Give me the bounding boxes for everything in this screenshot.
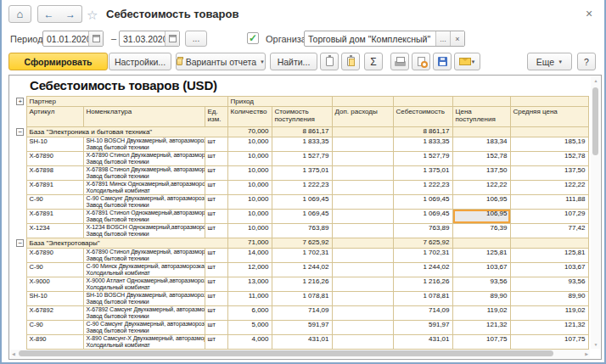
cell-nomenclature[interactable]: С-90 Самсунг Двухкамерный, авторазморозк… <box>83 321 205 335</box>
cell-average-price[interactable]: 77,42 <box>510 224 588 238</box>
cell-average-price[interactable]: 137,50 <box>510 166 588 181</box>
cell-article[interactable]: С-90 <box>26 263 83 277</box>
date-from-value[interactable]: 01.01.2020 <box>43 34 88 44</box>
organization-value[interactable]: Торговый дом "Комплексный" <box>305 34 435 44</box>
header-spacer[interactable] <box>452 97 510 107</box>
period-more-button[interactable]: ... <box>185 31 207 47</box>
cell-receipt-cost[interactable]: 1 375,01 <box>272 166 332 181</box>
favorite-star-icon[interactable]: ☆ <box>87 8 98 23</box>
group-total-cell[interactable] <box>510 238 588 249</box>
cell-article[interactable]: С-90 <box>26 321 83 335</box>
group-total-cell[interactable] <box>332 238 393 249</box>
cell-unit[interactable]: шт <box>205 292 227 306</box>
cell-average-price[interactable]: 107,75 <box>510 335 588 350</box>
horizontal-scrollbar[interactable]: ◀ ▶ <box>10 350 590 358</box>
cell-cost[interactable]: 1 069,45 <box>393 195 452 210</box>
cell-cost[interactable]: 1 069,45 <box>393 210 452 224</box>
expand-all-button[interactable]: + <box>16 98 24 105</box>
header-spacer[interactable] <box>510 97 588 107</box>
cell-unit[interactable]: шт <box>205 321 227 335</box>
column-header-receipt-price[interactable]: Цена поступления <box>452 107 510 127</box>
group-total-cell[interactable]: 7 625,92 <box>272 238 332 249</box>
cell-unit[interactable]: шт <box>205 277 227 292</box>
cell-receipt-price[interactable]: 107,75 <box>452 335 510 350</box>
cell-cost[interactable]: 1 222,23 <box>393 181 452 195</box>
cell-cost[interactable]: 431,01 <box>393 335 452 350</box>
cell-average-price[interactable]: 93,56 <box>510 277 588 292</box>
cell-receipt-price[interactable]: 125,81 <box>452 249 510 263</box>
copy-button[interactable] <box>320 53 339 70</box>
group-total-cell[interactable] <box>332 127 393 137</box>
group-total-cell[interactable]: 71,000 <box>227 238 272 249</box>
cell-quantity[interactable]: 10,000 <box>227 166 272 181</box>
cell-article[interactable]: SH-10 <box>26 137 83 152</box>
cell-receipt-cost[interactable]: 1 069,45 <box>272 210 332 224</box>
cell-nomenclature[interactable]: Х-67892 Самсунг Двухкамерный, авторазмор… <box>83 306 205 321</box>
column-header-article[interactable]: Артикул <box>26 107 83 127</box>
help-button[interactable]: ? <box>577 53 596 70</box>
generate-button[interactable]: Сформировать <box>8 53 108 70</box>
cell-average-price[interactable]: 103,67 <box>510 263 588 277</box>
cell-extra-costs[interactable] <box>332 277 393 292</box>
cell-extra-costs[interactable] <box>332 137 393 152</box>
date-to-calendar-button[interactable] <box>165 31 179 46</box>
cell-receipt-price[interactable]: 152,78 <box>452 152 510 166</box>
cell-article[interactable]: Х-67891 <box>26 210 83 224</box>
cell-receipt-price[interactable]: 183,34 <box>452 137 510 152</box>
cell-quantity[interactable]: 6,000 <box>227 306 272 321</box>
date-to-field[interactable]: 31.03.2020 <box>119 31 180 47</box>
forward-button[interactable]: → <box>59 5 82 23</box>
cell-average-price[interactable]: 119,02 <box>510 306 588 321</box>
cell-quantity[interactable]: 10,000 <box>227 210 272 224</box>
cell-receipt-cost[interactable]: 591,97 <box>272 321 332 335</box>
cell-quantity[interactable]: 10,000 <box>227 181 272 195</box>
date-to-value[interactable]: 31.03.2020 <box>120 34 165 44</box>
cell-quantity[interactable]: 10,000 <box>227 195 272 210</box>
cell-article[interactable]: Х-67892 <box>26 306 83 321</box>
cell-receipt-cost[interactable]: 1 702,31 <box>272 249 332 263</box>
cell-cost[interactable]: 1 833,35 <box>393 137 452 152</box>
cell-cost[interactable]: 1 216,26 <box>393 277 452 292</box>
cell-unit[interactable]: шт <box>205 249 227 263</box>
column-header-average-price[interactable]: Средняя цена <box>510 107 588 127</box>
group-name-cell[interactable]: База "Электротовары" <box>26 238 227 249</box>
cell-unit[interactable]: шт <box>205 137 227 152</box>
scroll-left-icon[interactable]: ◀ <box>12 351 15 356</box>
cell-quantity[interactable]: 5,000 <box>227 321 272 335</box>
scroll-down-icon[interactable]: ▼ <box>592 342 599 347</box>
vertical-scrollbar[interactable]: ▲ ▼ <box>591 76 600 349</box>
cell-receipt-price[interactable]: 106,95 <box>452 195 510 210</box>
scroll-up-icon[interactable]: ▲ <box>592 78 599 83</box>
cell-receipt-price[interactable]: 137,50 <box>452 166 510 181</box>
cell-receipt-cost[interactable]: 431,01 <box>272 335 332 350</box>
cell-cost[interactable]: 591,97 <box>393 321 452 335</box>
group-total-cell[interactable] <box>452 238 510 249</box>
cell-unit[interactable]: шт <box>205 306 227 321</box>
back-button[interactable]: ← <box>37 5 60 23</box>
cell-extra-costs[interactable] <box>332 195 393 210</box>
cell-extra-costs[interactable] <box>332 224 393 238</box>
header-spacer[interactable] <box>393 97 452 107</box>
cell-unit[interactable]: шт <box>205 166 227 181</box>
cell-nomenclature[interactable]: Х-67890 Стинол Двухкамерный, авторазморо… <box>83 152 205 166</box>
cell-nomenclature[interactable]: SH-10 BOSCH Двухкамерный, авторазморозка… <box>83 292 205 306</box>
cell-receipt-price[interactable]: 76,39 <box>452 224 510 238</box>
header-partner[interactable]: Партнер <box>26 97 227 107</box>
date-from-calendar-button[interactable] <box>88 31 103 46</box>
cell-cost[interactable]: 1 078,81 <box>393 292 452 306</box>
organization-field[interactable]: Торговый дом "Комплексный" ... × <box>304 31 465 47</box>
cell-extra-costs[interactable] <box>332 249 393 263</box>
organization-choose-button[interactable]: ... <box>435 31 450 46</box>
column-header-extra-costs[interactable]: Доп. расходы <box>332 107 393 127</box>
cell-average-price[interactable]: 185,19 <box>510 137 588 152</box>
more-button[interactable]: Еще ▼ <box>527 53 572 70</box>
group-total-cell[interactable] <box>510 127 588 137</box>
cell-cost[interactable]: 1 527,79 <box>393 152 452 166</box>
cell-receipt-price[interactable]: 121,32 <box>452 321 510 335</box>
home-button[interactable]: ⌂ <box>8 5 31 23</box>
cell-quantity[interactable]: 10,000 <box>227 152 272 166</box>
cell-nomenclature[interactable]: С-90 Самсунг Двухкамерный, авторазморозк… <box>83 195 205 210</box>
vertical-scrollbar-thumb[interactable] <box>592 87 598 155</box>
cell-quantity[interactable]: 10,000 <box>227 224 272 238</box>
cell-nomenclature[interactable]: Х-9000 Атлант Однокамерный,авторазморозк… <box>83 277 205 292</box>
